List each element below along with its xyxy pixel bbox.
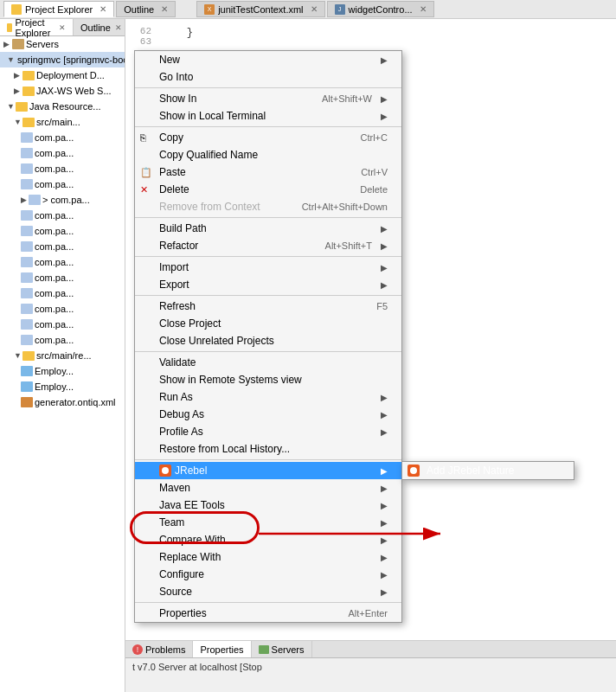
- menu-item-label: Maven: [159, 482, 190, 494]
- menu-item-label: Copy Qualified Name: [159, 149, 258, 161]
- svg-point-1: [410, 467, 417, 474]
- svg-point-0: [162, 467, 169, 474]
- menu-item-label: Configure: [159, 568, 204, 580]
- menu-item-maven[interactable]: Maven ▶: [135, 479, 401, 497]
- shortcut-show-in: Alt+Shift+W: [322, 93, 372, 104]
- menu-item-restore-local[interactable]: Restore from Local History...: [135, 440, 401, 458]
- shortcut-delete: Delete: [360, 184, 388, 195]
- menu-item-jrebel[interactable]: JRebel ▶ Add JRebel Nature: [135, 462, 401, 479]
- menu-item-label: Build Path: [159, 222, 207, 234]
- submenu-arrow-icon: ▶: [381, 484, 388, 493]
- menu-item-label: Source: [159, 586, 192, 598]
- menu-item-copy[interactable]: ⎘ Copy Ctrl+C: [135, 129, 401, 146]
- menu-item-paste[interactable]: 📋 Paste Ctrl+V: [135, 163, 401, 181]
- menu-item-delete[interactable]: ✕ Delete Delete: [135, 181, 401, 198]
- menu-item-label: Delete: [159, 183, 189, 195]
- shortcut-paste: Ctrl+V: [361, 167, 388, 177]
- menu-item-label: Add JRebel Nature: [427, 465, 514, 477]
- menu-item-show-local-terminal[interactable]: Show in Local Terminal ▶: [135, 107, 401, 125]
- menu-item-label: Close Unrelated Projects: [159, 335, 274, 347]
- menu-item-configure[interactable]: Configure ▶: [135, 566, 401, 583]
- menu-item-label: Replace With: [159, 551, 221, 563]
- menu-item-properties[interactable]: Properties Alt+Enter: [135, 605, 401, 622]
- menu-item-new[interactable]: New ▶: [135, 51, 401, 68]
- menu-item-show-in[interactable]: Show In Alt+Shift+W ▶: [135, 90, 401, 107]
- submenu-arrow-icon: ▶: [381, 112, 388, 121]
- menu-item-label: New: [159, 54, 180, 66]
- menu-item-copy-qualified[interactable]: Copy Qualified Name: [135, 146, 401, 163]
- menu-separator: [135, 87, 401, 88]
- submenu-arrow-icon: ▶: [381, 263, 388, 272]
- submenu-arrow-icon: ▶: [381, 570, 388, 580]
- menu-item-label: Restore from Local History...: [159, 443, 290, 455]
- menu-item-compare-with[interactable]: Compare With ▶: [135, 531, 401, 548]
- shortcut-refactor: Alt+Shift+T: [325, 240, 372, 251]
- submenu-arrow-icon: ▶: [381, 224, 388, 234]
- context-menu: New ▶ Go Into Show In Alt+Shift+W ▶ Show…: [134, 50, 402, 623]
- delete-icon: ✕: [140, 184, 148, 195]
- menu-item-refactor[interactable]: Refactor Alt+Shift+T ▶: [135, 237, 401, 254]
- menu-item-show-remote[interactable]: Show in Remote Systems view: [135, 371, 401, 388]
- paste-icon: 📋: [140, 167, 152, 178]
- menu-item-label: Validate: [159, 356, 196, 368]
- shortcut-properties: Alt+Enter: [348, 608, 388, 618]
- submenu-arrow-icon: ▶: [381, 535, 388, 545]
- menu-item-export[interactable]: Export ▶: [135, 276, 401, 293]
- menu-item-label: Remove from Context: [159, 201, 260, 213]
- ide-window: Project Explorer ✕ Outline ✕ X junitTest…: [0, 0, 616, 692]
- menu-separator: [135, 126, 401, 127]
- menu-separator: [135, 602, 401, 603]
- menu-item-label: Go Into: [159, 71, 193, 83]
- menu-item-java-ee-tools[interactable]: Java EE Tools ▶: [135, 497, 401, 514]
- submenu-arrow-icon: ▶: [381, 393, 388, 402]
- menu-item-add-jrebel-nature[interactable]: Add JRebel Nature: [402, 462, 574, 479]
- shortcut-remove-context: Ctrl+Alt+Shift+Down: [302, 202, 388, 212]
- submenu-arrow-icon: ▶: [381, 280, 388, 290]
- menu-item-label: Close Project: [159, 317, 221, 330]
- submenu-arrow-icon: ▶: [381, 587, 388, 597]
- menu-item-close-unrelated[interactable]: Close Unrelated Projects: [135, 332, 401, 349]
- menu-item-label: Run As: [159, 391, 193, 403]
- menu-item-label: Java EE Tools: [159, 499, 225, 511]
- submenu-arrow-icon: ▶: [381, 241, 388, 251]
- menu-item-replace-with[interactable]: Replace With ▶: [135, 548, 401, 566]
- menu-item-label: Show in Local Terminal: [159, 110, 266, 122]
- menu-item-profile-as[interactable]: Profile As ▶: [135, 423, 401, 440]
- submenu-arrow-icon: ▶: [381, 94, 388, 104]
- menu-item-team[interactable]: Team ▶: [135, 514, 401, 531]
- menu-item-label: Show in Remote Systems view: [159, 374, 302, 386]
- shortcut-copy: Ctrl+C: [361, 132, 388, 143]
- context-menu-overlay[interactable]: New ▶ Go Into Show In Alt+Shift+W ▶ Show…: [0, 0, 616, 692]
- menu-item-go-into[interactable]: Go Into: [135, 68, 401, 86]
- submenu-arrow-icon: ▶: [381, 410, 388, 420]
- submenu-arrow-icon: ▶: [381, 466, 388, 476]
- menu-item-label: Show In: [159, 93, 196, 105]
- menu-item-run-as[interactable]: Run As ▶: [135, 388, 401, 406]
- menu-item-label: Refresh: [159, 300, 196, 312]
- jrebel-icon: [159, 465, 171, 477]
- menu-item-label: Compare With: [159, 534, 226, 546]
- submenu-arrow-icon: ▶: [381, 427, 388, 437]
- menu-item-validate[interactable]: Validate: [135, 354, 401, 371]
- submenu-arrow-icon: ▶: [381, 55, 388, 65]
- submenu-arrow-icon: ▶: [381, 501, 388, 510]
- menu-item-source[interactable]: Source ▶: [135, 583, 401, 600]
- menu-item-build-path[interactable]: Build Path ▶: [135, 220, 401, 237]
- menu-item-debug-as[interactable]: Debug As ▶: [135, 406, 401, 423]
- menu-separator: [135, 256, 401, 257]
- copy-icon: ⎘: [140, 132, 146, 143]
- menu-item-label: Import: [159, 261, 189, 273]
- menu-item-refresh[interactable]: Refresh F5: [135, 298, 401, 315]
- menu-item-label: Refactor: [159, 240, 198, 252]
- menu-item-label: Debug As: [159, 408, 204, 420]
- menu-item-label: Paste: [159, 166, 186, 178]
- menu-item-label: Properties: [159, 607, 207, 619]
- menu-item-close-project[interactable]: Close Project: [135, 315, 401, 332]
- menu-separator: [135, 217, 401, 218]
- menu-item-label: Team: [159, 516, 184, 529]
- menu-item-label: Profile As: [159, 426, 203, 438]
- submenu-arrow-icon: ▶: [381, 518, 388, 528]
- shortcut-refresh: F5: [376, 301, 388, 311]
- menu-item-import[interactable]: Import ▶: [135, 259, 401, 276]
- menu-separator: [135, 459, 401, 460]
